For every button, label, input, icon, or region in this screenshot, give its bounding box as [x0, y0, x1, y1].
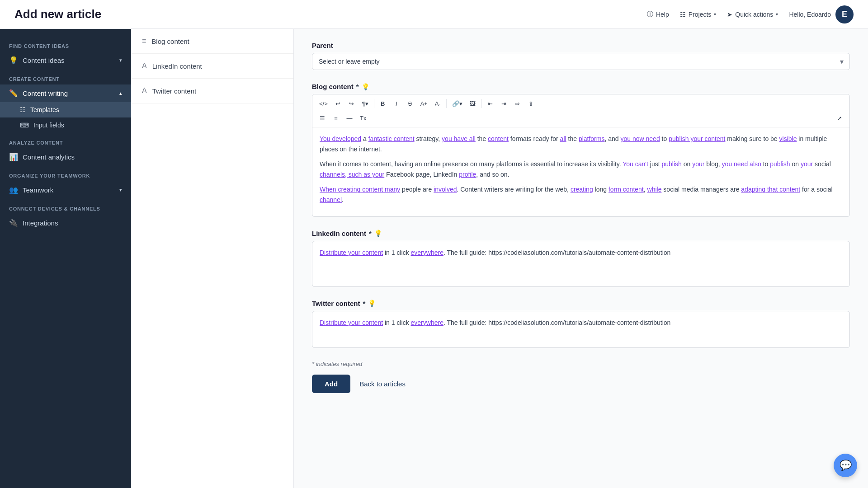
- sidebar-item-input-fields[interactable]: ⌨ Input fields: [0, 117, 131, 133]
- sidebar-item-teamwork[interactable]: 👥 Teamwork ▾: [0, 181, 131, 199]
- toolbar-italic-btn[interactable]: I: [390, 97, 403, 110]
- linkedin-content-editable[interactable]: Distribute your content in 1 click every…: [312, 241, 849, 286]
- help-button[interactable]: ⓘ Help: [647, 10, 669, 19]
- linkedin-template-icon: A: [142, 62, 147, 70]
- toolbar-align-right-btn[interactable]: ⇨: [511, 97, 524, 110]
- help-icon: ⓘ: [647, 10, 653, 19]
- main-header: Add new article ⓘ Help ☷ Projects ▾ ➤ Qu…: [0, 0, 868, 29]
- projects-button[interactable]: ☷ Projects ▾: [680, 11, 717, 18]
- toolbar-align-center-btn[interactable]: ⇥: [498, 97, 510, 110]
- teamwork-caret-icon: ▾: [119, 187, 122, 193]
- toolbar-paragraph-btn[interactable]: ¶▾: [359, 97, 372, 110]
- sidebar-item-templates[interactable]: ☷ Templates: [0, 102, 131, 117]
- toolbar-divider-2: [446, 99, 447, 108]
- avatar[interactable]: E: [835, 5, 854, 23]
- back-to-articles-button[interactable]: Back to articles: [359, 380, 406, 388]
- toolbar-divider-1: [374, 99, 374, 108]
- pencil-icon: ✏️: [9, 89, 18, 98]
- toolbar-unordered-list-btn[interactable]: ☰: [316, 112, 329, 124]
- cursor-icon: ➤: [727, 11, 732, 18]
- app-body: Find Content Ideas 💡 Content ideas ▾ Cre…: [0, 29, 868, 488]
- blog-content-section: Blog content * 💡 </> ↩ ↪ ¶▾ B I S A+: [312, 83, 850, 217]
- sidebar-section-create-content: Create Content: [0, 69, 131, 84]
- linkedin-content-editor: Distribute your content in 1 click every…: [312, 241, 850, 287]
- linkedin-required-mark: *: [369, 230, 372, 237]
- content-area: ≡ Blog content A LinkedIn content A Twit…: [131, 29, 868, 488]
- teamwork-icon: 👥: [9, 186, 18, 194]
- twitter-content-label: Twitter content * 💡: [312, 300, 850, 307]
- form-actions: Add Back to articles: [312, 375, 850, 393]
- parent-select-wrapper: Select or leave empty: [312, 53, 850, 70]
- linkedin-content-label: LinkedIn content * 💡: [312, 230, 850, 237]
- parent-field-label: Parent: [312, 42, 850, 49]
- twitter-content-editor: Distribute your content in 1 click every…: [312, 311, 850, 348]
- linkedin-template-label: LinkedIn content: [152, 62, 202, 70]
- user-menu: Hello, Edoardo E: [789, 5, 854, 23]
- blog-editor-toolbar: </> ↩ ↪ ¶▾ B I S A+ A- 🔗▾ 🖼: [312, 94, 849, 127]
- sidebar-section-find-content: Find Content Ideas: [0, 36, 131, 52]
- integrations-icon: 🔌: [9, 219, 18, 227]
- analytics-icon: 📊: [9, 153, 18, 161]
- twitter-content-editable[interactable]: Distribute your content in 1 click every…: [312, 311, 849, 347]
- toolbar-link-btn[interactable]: 🔗▾: [449, 97, 466, 110]
- blog-required-mark: *: [356, 83, 359, 90]
- toolbar-ordered-list-btn[interactable]: ≡: [330, 112, 342, 124]
- lightbulb-icon: 💡: [9, 56, 18, 65]
- toolbar-clear-format-btn[interactable]: Tx: [357, 112, 369, 124]
- toolbar-align-justify-btn[interactable]: ⇧: [525, 97, 538, 110]
- sidebar-section-analyze-content: Analyze Content: [0, 133, 131, 148]
- header-actions: ⓘ Help ☷ Projects ▾ ➤ Quick actions ▾ He…: [647, 5, 854, 23]
- blog-template-label: Blog content: [151, 38, 189, 45]
- twitter-required-mark: *: [363, 300, 365, 307]
- toolbar-fullscreen-btn[interactable]: ➚: [833, 112, 846, 124]
- content-writing-caret-icon: ▴: [119, 90, 122, 96]
- toolbar-align-left-btn[interactable]: ⇤: [484, 97, 497, 110]
- toolbar-undo-btn[interactable]: ↩: [332, 97, 344, 110]
- sidebar-section-organize-teamwork: Organize Your Teamwork: [0, 166, 131, 181]
- quick-actions-caret-icon: ▾: [776, 12, 778, 17]
- input-fields-icon: ⌨: [20, 122, 29, 129]
- chat-bubble-button[interactable]: 💬: [834, 454, 857, 477]
- linkedin-hint-icon[interactable]: 💡: [374, 230, 382, 237]
- blog-content-editable[interactable]: You developed a fantastic content strate…: [312, 127, 849, 216]
- sidebar-item-integrations[interactable]: 🔌 Integrations: [0, 214, 131, 232]
- sidebar: Find Content Ideas 💡 Content ideas ▾ Cre…: [0, 29, 131, 488]
- chat-icon: 💬: [840, 460, 852, 471]
- template-item-linkedin[interactable]: A LinkedIn content: [131, 54, 293, 79]
- toolbar-image-btn[interactable]: 🖼: [467, 97, 479, 110]
- templates-icon: ☷: [20, 106, 26, 113]
- quick-actions-button[interactable]: ➤ Quick actions ▾: [727, 11, 778, 18]
- projects-icon: ☷: [680, 11, 686, 18]
- sidebar-item-content-ideas[interactable]: 💡 Content ideas ▾: [0, 52, 131, 69]
- template-item-twitter[interactable]: A Twitter content: [131, 79, 293, 103]
- blog-content-label: Blog content * 💡: [312, 83, 850, 90]
- twitter-hint-icon[interactable]: 💡: [368, 300, 376, 307]
- main-form-panel: Parent Select or leave empty Blog conten…: [294, 29, 868, 488]
- toolbar-bold-btn[interactable]: B: [377, 97, 389, 110]
- twitter-template-label: Twitter content: [152, 87, 197, 95]
- toolbar-subscript-btn[interactable]: A-: [431, 97, 444, 110]
- twitter-template-icon: A: [142, 87, 147, 95]
- sidebar-section-connect-devices: Connect Devices & Channels: [0, 199, 131, 214]
- toolbar-hr-btn[interactable]: —: [343, 112, 356, 124]
- blog-hint-icon[interactable]: 💡: [362, 83, 369, 90]
- toolbar-redo-btn[interactable]: ↪: [345, 97, 358, 110]
- projects-caret-icon: ▾: [714, 12, 716, 17]
- sidebar-item-content-analytics[interactable]: 📊 Content analytics: [0, 148, 131, 166]
- toolbar-code-btn[interactable]: </>: [316, 97, 331, 110]
- blog-content-editor: </> ↩ ↪ ¶▾ B I S A+ A- 🔗▾ 🖼: [312, 94, 850, 217]
- required-note: * indicates required: [312, 361, 850, 367]
- toolbar-superscript-btn[interactable]: A+: [417, 97, 430, 110]
- toolbar-strikethrough-btn[interactable]: S: [404, 97, 416, 110]
- parent-select[interactable]: Select or leave empty: [312, 53, 850, 70]
- twitter-content-section: Twitter content * 💡 Distribute your cont…: [312, 300, 850, 348]
- parent-field-section: Parent Select or leave empty: [312, 42, 850, 70]
- linkedin-content-section: LinkedIn content * 💡 Distribute your con…: [312, 230, 850, 287]
- sidebar-item-content-writing[interactable]: ✏️ Content writing ▴: [0, 84, 131, 102]
- template-list-panel: ≡ Blog content A LinkedIn content A Twit…: [131, 29, 294, 488]
- add-button[interactable]: Add: [312, 375, 350, 393]
- toolbar-divider-3: [481, 99, 482, 108]
- template-item-blog[interactable]: ≡ Blog content: [131, 29, 293, 54]
- blog-template-icon: ≡: [142, 37, 146, 45]
- page-title: Add new article: [14, 7, 647, 21]
